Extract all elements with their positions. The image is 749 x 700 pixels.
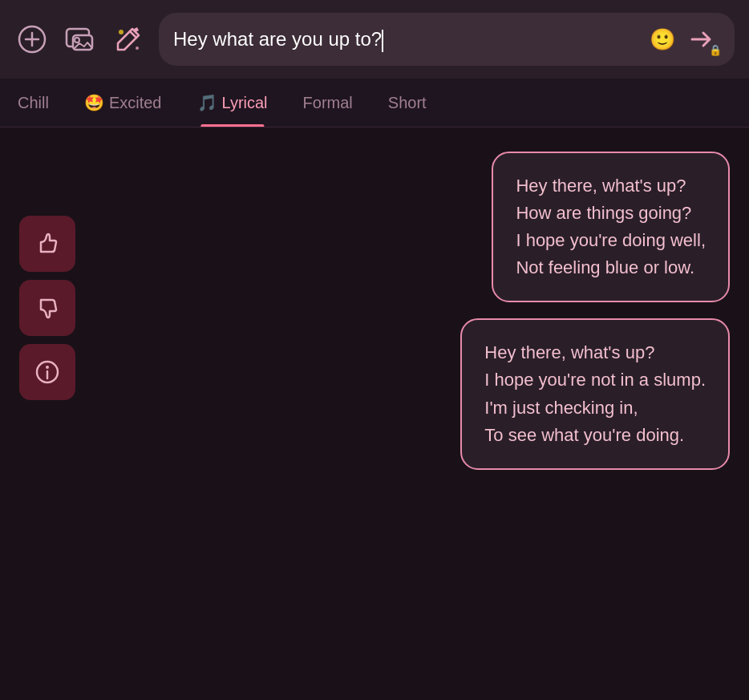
info-button[interactable] bbox=[19, 344, 75, 400]
svg-point-9 bbox=[46, 366, 49, 369]
lock-icon: 🔒 bbox=[709, 44, 722, 56]
gallery-button[interactable] bbox=[63, 22, 98, 57]
tabs-bar: Chill 🤩 Excited 🎵 Lyrical Formal Short bbox=[0, 79, 749, 127]
tab-formal-label: Formal bbox=[303, 94, 353, 112]
action-buttons-panel bbox=[19, 152, 75, 585]
tab-lyrical-emoji: 🎵 bbox=[197, 93, 217, 112]
tab-short-label: Short bbox=[388, 94, 427, 112]
tab-formal[interactable]: Formal bbox=[285, 79, 370, 127]
magic-pencil-button[interactable] bbox=[111, 22, 146, 57]
tab-lyrical-label: Lyrical bbox=[222, 94, 268, 112]
send-button[interactable]: 🔒 bbox=[683, 24, 720, 55]
main-content: Hey there, what's up? How are things goi… bbox=[0, 127, 749, 609]
tab-chill-label: Chill bbox=[18, 94, 49, 112]
messages-area: Hey there, what's up? How are things goi… bbox=[88, 152, 730, 585]
svg-point-7 bbox=[136, 47, 139, 50]
emoji-button[interactable]: 🙂 bbox=[650, 27, 675, 52]
message-bubble-2: Hey there, what's up? I hope you're not … bbox=[460, 318, 730, 469]
message-1-text: Hey there, what's up? How are things goi… bbox=[516, 172, 706, 281]
message-2-text: Hey there, what's up? I hope you're not … bbox=[484, 339, 706, 448]
tab-excited-label: Excited bbox=[109, 94, 162, 112]
message-input-container[interactable]: Hey what are you up to? 🙂 🔒 bbox=[159, 13, 735, 66]
text-cursor bbox=[382, 30, 383, 52]
top-bar: Hey what are you up to? 🙂 🔒 bbox=[0, 0, 749, 79]
tab-chill[interactable]: Chill bbox=[0, 79, 67, 127]
tab-excited[interactable]: 🤩 Excited bbox=[67, 79, 180, 127]
message-input-text: Hey what are you up to? bbox=[173, 26, 642, 52]
message-bubble-1: Hey there, what's up? How are things goi… bbox=[492, 152, 730, 302]
tab-excited-emoji: 🤩 bbox=[84, 93, 104, 112]
input-text-content: Hey what are you up to? bbox=[173, 28, 382, 50]
tab-lyrical[interactable]: 🎵 Lyrical bbox=[180, 79, 285, 127]
thumbs-down-button[interactable] bbox=[19, 280, 75, 336]
add-button[interactable] bbox=[14, 22, 50, 57]
svg-point-6 bbox=[119, 30, 123, 34]
tab-short[interactable]: Short bbox=[370, 79, 444, 127]
thumbs-up-button[interactable] bbox=[19, 216, 75, 272]
